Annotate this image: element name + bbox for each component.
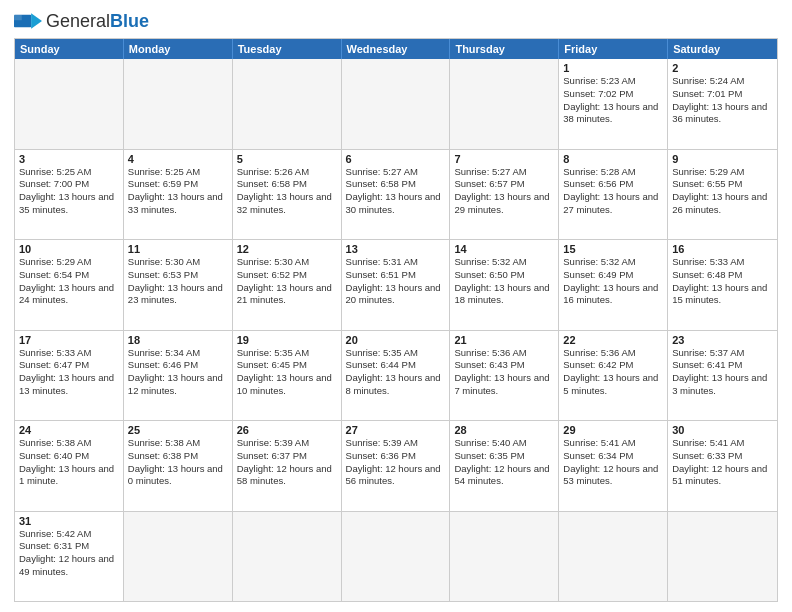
day-info: Sunrise: 5:33 AM Sunset: 6:47 PM Dayligh… xyxy=(19,347,119,398)
cal-cell: 28Sunrise: 5:40 AM Sunset: 6:35 PM Dayli… xyxy=(450,421,559,511)
day-number: 17 xyxy=(19,334,119,346)
header-cell-saturday: Saturday xyxy=(668,39,777,59)
cal-cell: 29Sunrise: 5:41 AM Sunset: 6:34 PM Dayli… xyxy=(559,421,668,511)
day-number: 14 xyxy=(454,243,554,255)
day-info: Sunrise: 5:25 AM Sunset: 6:59 PM Dayligh… xyxy=(128,166,228,217)
day-info: Sunrise: 5:30 AM Sunset: 6:52 PM Dayligh… xyxy=(237,256,337,307)
day-info: Sunrise: 5:25 AM Sunset: 7:00 PM Dayligh… xyxy=(19,166,119,217)
cal-cell xyxy=(15,59,124,149)
cal-cell: 27Sunrise: 5:39 AM Sunset: 6:36 PM Dayli… xyxy=(342,421,451,511)
day-number: 1 xyxy=(563,62,663,74)
logo-text: GeneralBlue xyxy=(46,11,149,32)
calendar-row-4: 24Sunrise: 5:38 AM Sunset: 6:40 PM Dayli… xyxy=(15,420,777,511)
cal-cell: 31Sunrise: 5:42 AM Sunset: 6:31 PM Dayli… xyxy=(15,512,124,602)
cal-cell xyxy=(450,512,559,602)
day-number: 6 xyxy=(346,153,446,165)
cal-cell: 24Sunrise: 5:38 AM Sunset: 6:40 PM Dayli… xyxy=(15,421,124,511)
header-cell-tuesday: Tuesday xyxy=(233,39,342,59)
cal-cell: 1Sunrise: 5:23 AM Sunset: 7:02 PM Daylig… xyxy=(559,59,668,149)
calendar-row-0: 1Sunrise: 5:23 AM Sunset: 7:02 PM Daylig… xyxy=(15,59,777,149)
calendar: SundayMondayTuesdayWednesdayThursdayFrid… xyxy=(14,38,778,602)
day-number: 31 xyxy=(19,515,119,527)
cal-cell: 6Sunrise: 5:27 AM Sunset: 6:58 PM Daylig… xyxy=(342,150,451,240)
day-info: Sunrise: 5:31 AM Sunset: 6:51 PM Dayligh… xyxy=(346,256,446,307)
day-number: 26 xyxy=(237,424,337,436)
cal-cell: 26Sunrise: 5:39 AM Sunset: 6:37 PM Dayli… xyxy=(233,421,342,511)
calendar-body: 1Sunrise: 5:23 AM Sunset: 7:02 PM Daylig… xyxy=(15,59,777,601)
page: GeneralBlue SundayMondayTuesdayWednesday… xyxy=(0,0,792,612)
day-info: Sunrise: 5:29 AM Sunset: 6:54 PM Dayligh… xyxy=(19,256,119,307)
cal-cell xyxy=(124,512,233,602)
cal-cell: 18Sunrise: 5:34 AM Sunset: 6:46 PM Dayli… xyxy=(124,331,233,421)
cal-cell: 4Sunrise: 5:25 AM Sunset: 6:59 PM Daylig… xyxy=(124,150,233,240)
cal-cell: 16Sunrise: 5:33 AM Sunset: 6:48 PM Dayli… xyxy=(668,240,777,330)
day-number: 20 xyxy=(346,334,446,346)
day-number: 27 xyxy=(346,424,446,436)
cal-cell: 11Sunrise: 5:30 AM Sunset: 6:53 PM Dayli… xyxy=(124,240,233,330)
day-info: Sunrise: 5:38 AM Sunset: 6:40 PM Dayligh… xyxy=(19,437,119,488)
day-number: 23 xyxy=(672,334,773,346)
day-number: 15 xyxy=(563,243,663,255)
calendar-row-5: 31Sunrise: 5:42 AM Sunset: 6:31 PM Dayli… xyxy=(15,511,777,602)
cal-cell xyxy=(668,512,777,602)
day-number: 24 xyxy=(19,424,119,436)
day-number: 9 xyxy=(672,153,773,165)
cal-cell: 22Sunrise: 5:36 AM Sunset: 6:42 PM Dayli… xyxy=(559,331,668,421)
cal-cell xyxy=(342,59,451,149)
day-info: Sunrise: 5:32 AM Sunset: 6:49 PM Dayligh… xyxy=(563,256,663,307)
cal-cell xyxy=(233,512,342,602)
day-number: 8 xyxy=(563,153,663,165)
logo: GeneralBlue xyxy=(14,10,149,32)
calendar-row-2: 10Sunrise: 5:29 AM Sunset: 6:54 PM Dayli… xyxy=(15,239,777,330)
cal-cell: 12Sunrise: 5:30 AM Sunset: 6:52 PM Dayli… xyxy=(233,240,342,330)
day-info: Sunrise: 5:37 AM Sunset: 6:41 PM Dayligh… xyxy=(672,347,773,398)
cal-cell: 19Sunrise: 5:35 AM Sunset: 6:45 PM Dayli… xyxy=(233,331,342,421)
cal-cell xyxy=(233,59,342,149)
header-cell-monday: Monday xyxy=(124,39,233,59)
day-info: Sunrise: 5:28 AM Sunset: 6:56 PM Dayligh… xyxy=(563,166,663,217)
generalblue-logo-icon xyxy=(14,10,42,32)
cal-cell: 10Sunrise: 5:29 AM Sunset: 6:54 PM Dayli… xyxy=(15,240,124,330)
day-info: Sunrise: 5:27 AM Sunset: 6:58 PM Dayligh… xyxy=(346,166,446,217)
cal-cell xyxy=(342,512,451,602)
cal-cell: 23Sunrise: 5:37 AM Sunset: 6:41 PM Dayli… xyxy=(668,331,777,421)
header-cell-friday: Friday xyxy=(559,39,668,59)
cal-cell: 14Sunrise: 5:32 AM Sunset: 6:50 PM Dayli… xyxy=(450,240,559,330)
day-number: 16 xyxy=(672,243,773,255)
cal-cell: 7Sunrise: 5:27 AM Sunset: 6:57 PM Daylig… xyxy=(450,150,559,240)
cal-cell: 21Sunrise: 5:36 AM Sunset: 6:43 PM Dayli… xyxy=(450,331,559,421)
day-number: 29 xyxy=(563,424,663,436)
day-number: 25 xyxy=(128,424,228,436)
day-number: 11 xyxy=(128,243,228,255)
day-number: 21 xyxy=(454,334,554,346)
day-info: Sunrise: 5:32 AM Sunset: 6:50 PM Dayligh… xyxy=(454,256,554,307)
svg-rect-2 xyxy=(14,15,22,20)
day-info: Sunrise: 5:33 AM Sunset: 6:48 PM Dayligh… xyxy=(672,256,773,307)
day-number: 22 xyxy=(563,334,663,346)
day-number: 28 xyxy=(454,424,554,436)
day-info: Sunrise: 5:35 AM Sunset: 6:45 PM Dayligh… xyxy=(237,347,337,398)
cal-cell: 15Sunrise: 5:32 AM Sunset: 6:49 PM Dayli… xyxy=(559,240,668,330)
day-info: Sunrise: 5:29 AM Sunset: 6:55 PM Dayligh… xyxy=(672,166,773,217)
day-number: 18 xyxy=(128,334,228,346)
day-number: 19 xyxy=(237,334,337,346)
day-info: Sunrise: 5:26 AM Sunset: 6:58 PM Dayligh… xyxy=(237,166,337,217)
day-number: 10 xyxy=(19,243,119,255)
cal-cell: 17Sunrise: 5:33 AM Sunset: 6:47 PM Dayli… xyxy=(15,331,124,421)
svg-marker-1 xyxy=(31,13,42,29)
day-number: 30 xyxy=(672,424,773,436)
cal-cell: 5Sunrise: 5:26 AM Sunset: 6:58 PM Daylig… xyxy=(233,150,342,240)
day-number: 2 xyxy=(672,62,773,74)
cal-cell: 2Sunrise: 5:24 AM Sunset: 7:01 PM Daylig… xyxy=(668,59,777,149)
calendar-row-3: 17Sunrise: 5:33 AM Sunset: 6:47 PM Dayli… xyxy=(15,330,777,421)
calendar-header-row: SundayMondayTuesdayWednesdayThursdayFrid… xyxy=(15,39,777,59)
day-info: Sunrise: 5:30 AM Sunset: 6:53 PM Dayligh… xyxy=(128,256,228,307)
day-info: Sunrise: 5:41 AM Sunset: 6:33 PM Dayligh… xyxy=(672,437,773,488)
day-info: Sunrise: 5:27 AM Sunset: 6:57 PM Dayligh… xyxy=(454,166,554,217)
cal-cell xyxy=(559,512,668,602)
day-info: Sunrise: 5:38 AM Sunset: 6:38 PM Dayligh… xyxy=(128,437,228,488)
day-info: Sunrise: 5:39 AM Sunset: 6:36 PM Dayligh… xyxy=(346,437,446,488)
cal-cell xyxy=(124,59,233,149)
day-info: Sunrise: 5:41 AM Sunset: 6:34 PM Dayligh… xyxy=(563,437,663,488)
cal-cell xyxy=(450,59,559,149)
